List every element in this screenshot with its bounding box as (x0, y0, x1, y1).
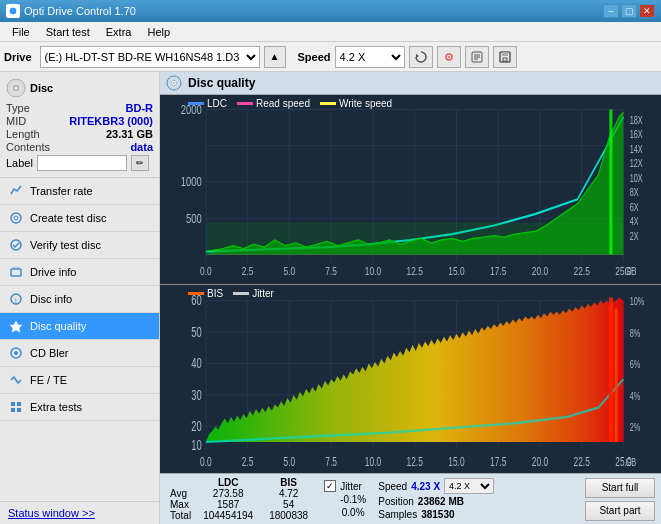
content-header: Disc quality (160, 72, 661, 95)
verify-disc-icon (8, 237, 24, 253)
svg-rect-9 (502, 52, 508, 56)
samples-value: 381530 (421, 509, 454, 520)
sidebar-item-fe-te[interactable]: FE / TE (0, 367, 159, 394)
chart-top: LDC Read speed Write speed (160, 95, 661, 285)
sidebar-item-verify-test-disc[interactable]: Verify test disc (0, 232, 159, 259)
speed-label: Speed (298, 51, 331, 63)
status-window-button[interactable]: Status window >> (8, 507, 95, 519)
current-speed: 4.23 X (411, 481, 440, 492)
jitter-section: ✓ Jitter -0.1% 0.0% (324, 480, 366, 518)
svg-text:2X: 2X (630, 231, 639, 242)
svg-text:0.0: 0.0 (200, 264, 212, 277)
menu-start-test[interactable]: Start test (38, 24, 98, 40)
mid-value: RITEKBR3 (000) (69, 115, 153, 127)
sidebar-item-transfer-rate[interactable]: Transfer rate (0, 178, 159, 205)
svg-text:6X: 6X (630, 202, 639, 213)
maximize-button[interactable]: ▢ (621, 4, 637, 18)
ldc-column-header: LDC (195, 477, 261, 488)
settings-button[interactable] (437, 46, 461, 68)
svg-text:6%: 6% (630, 358, 641, 370)
start-buttons: Start full Start part (585, 478, 655, 521)
sidebar-item-disc-info[interactable]: i Disc info (0, 286, 159, 313)
speed-section: Speed 4.23 X 4.2 X Position 23862 MB Sam… (378, 478, 494, 520)
write-speed-legend: Write speed (320, 98, 392, 109)
svg-text:15.0: 15.0 (448, 453, 464, 467)
svg-text:12X: 12X (630, 158, 643, 169)
menu-file[interactable]: File (4, 24, 38, 40)
position-value: 23862 MB (418, 496, 464, 507)
mid-label: MID (6, 115, 26, 127)
info-button[interactable] (465, 46, 489, 68)
bis-column-header: BIS (261, 477, 316, 488)
sidebar-item-extra-tests[interactable]: Extra tests (0, 394, 159, 421)
menu-help[interactable]: Help (139, 24, 178, 40)
stats-panel: LDC BIS Avg 273.58 4.72 Max 1587 54 Tota… (160, 473, 661, 524)
svg-text:17.5: 17.5 (490, 453, 506, 467)
svg-rect-25 (11, 402, 15, 406)
total-row: Total 104454194 1800838 (166, 510, 316, 521)
sidebar-item-drive-info[interactable]: Drive info (0, 259, 159, 286)
svg-rect-17 (11, 269, 21, 276)
menu-extra[interactable]: Extra (98, 24, 140, 40)
svg-text:2%: 2% (630, 421, 641, 433)
svg-text:8%: 8% (630, 327, 641, 339)
drive-toolbar: Drive (E:) HL-DT-ST BD-RE WH16NS48 1.D3 … (0, 42, 661, 72)
jitter-checkbox[interactable]: ✓ (324, 480, 336, 492)
svg-text:50: 50 (191, 323, 202, 339)
svg-text:18X: 18X (630, 115, 643, 126)
cd-bler-icon (8, 345, 24, 361)
eject-button[interactable]: ▲ (264, 46, 286, 68)
svg-text:4X: 4X (630, 216, 639, 227)
speed-stat-select[interactable]: 4.2 X (444, 478, 494, 494)
save-button[interactable] (493, 46, 517, 68)
start-part-button[interactable]: Start part (585, 501, 655, 521)
max-bis: 54 (261, 499, 316, 510)
svg-text:22.5: 22.5 (574, 453, 590, 467)
drive-select[interactable]: (E:) HL-DT-ST BD-RE WH16NS48 1.D3 (40, 46, 260, 68)
window-controls: – ▢ ✕ (603, 4, 655, 18)
refresh-button[interactable] (409, 46, 433, 68)
length-label: Length (6, 128, 40, 140)
svg-text:10X: 10X (630, 173, 643, 184)
content-cd-icon (166, 75, 182, 91)
disc-icon (6, 78, 26, 98)
svg-text:12.5: 12.5 (407, 453, 423, 467)
close-button[interactable]: ✕ (639, 4, 655, 18)
svg-text:500: 500 (186, 211, 202, 225)
avg-ldc: 273.58 (195, 488, 261, 499)
svg-text:16X: 16X (630, 129, 643, 140)
avg-bis: 4.72 (261, 488, 316, 499)
read-speed-legend: Read speed (237, 98, 310, 109)
jitter-legend: Jitter (233, 288, 274, 299)
label-edit-button[interactable]: ✏ (131, 155, 149, 171)
svg-text:22.5: 22.5 (574, 264, 591, 277)
minimize-button[interactable]: – (603, 4, 619, 18)
svg-text:1000: 1000 (181, 175, 202, 189)
sidebar-nav: Transfer rate Create test disc Verify te… (0, 178, 159, 501)
svg-point-24 (14, 351, 18, 355)
svg-point-3 (448, 56, 450, 58)
type-label: Type (6, 102, 30, 114)
label-input[interactable] (37, 155, 127, 171)
svg-text:14X: 14X (630, 144, 643, 155)
speed-select[interactable]: 4.2 X (335, 46, 405, 68)
svg-text:4%: 4% (630, 390, 641, 402)
svg-rect-10 (503, 58, 507, 61)
svg-text:8X: 8X (630, 187, 639, 198)
sidebar-item-cd-bler[interactable]: CD Bler (0, 340, 159, 367)
svg-point-14 (11, 213, 21, 223)
sidebar-item-disc-quality[interactable]: Disc quality (0, 313, 159, 340)
sidebar-item-create-test-disc[interactable]: Create test disc (0, 205, 159, 232)
cd-bler-label: CD Bler (30, 347, 69, 359)
svg-text:i: i (15, 296, 17, 305)
svg-text:10.0: 10.0 (365, 264, 382, 277)
content-title: Disc quality (188, 76, 255, 90)
svg-text:GB: GB (624, 264, 636, 277)
bis-legend: BIS (188, 288, 223, 299)
start-full-button[interactable]: Start full (585, 478, 655, 498)
charts-container: LDC Read speed Write speed (160, 95, 661, 473)
svg-point-0 (9, 7, 17, 15)
app-title: Opti Drive Control 1.70 (24, 5, 136, 17)
svg-rect-28 (17, 408, 21, 412)
jitter-max: 0.0% (324, 507, 366, 518)
